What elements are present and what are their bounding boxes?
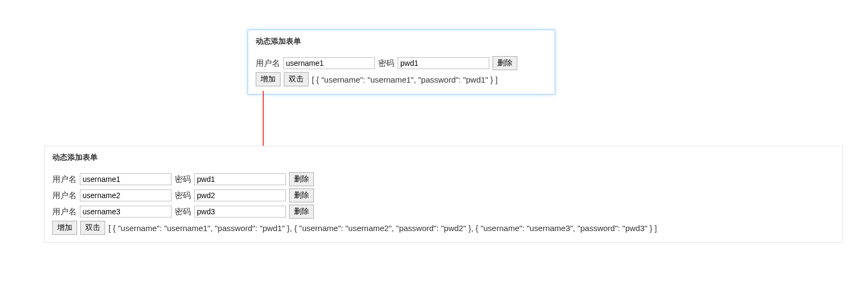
- json-output: [ { "username": "username1", "password":…: [108, 223, 657, 233]
- form-row: 用户名 密码 删除: [52, 172, 835, 186]
- delete-button[interactable]: 删除: [493, 56, 517, 70]
- password-label: 密码: [175, 205, 191, 219]
- form-row: 用户名 密码 删除: [52, 188, 835, 202]
- username-input[interactable]: [80, 173, 172, 185]
- username-label: 用户名: [52, 205, 77, 219]
- username-label: 用户名: [52, 172, 77, 186]
- json-output: [ { "username": "username1", "password":…: [312, 75, 497, 84]
- username-label: 用户名: [256, 56, 280, 70]
- panel-footer: 增加 双击 [ { "username": "username1", "pass…: [52, 221, 835, 235]
- password-input[interactable]: [194, 173, 286, 185]
- username-label: 用户名: [52, 188, 77, 202]
- panel-title: 动态添加表单: [52, 153, 835, 162]
- username-input[interactable]: [283, 57, 375, 69]
- password-label: 密码: [175, 172, 191, 186]
- delete-button[interactable]: 删除: [289, 205, 314, 219]
- username-input[interactable]: [80, 189, 172, 201]
- password-label: 密码: [175, 188, 191, 202]
- form-panel-after: 动态添加表单 用户名 密码 删除 用户名 密码 删除 用户名 密码 删除 增加 …: [44, 146, 843, 243]
- password-label: 密码: [378, 56, 394, 70]
- password-input[interactable]: [194, 189, 286, 201]
- dblclick-button[interactable]: 双击: [284, 72, 309, 86]
- password-input[interactable]: [398, 57, 489, 69]
- add-button[interactable]: 增加: [52, 221, 77, 235]
- username-input[interactable]: [80, 206, 172, 218]
- add-button[interactable]: 增加: [256, 72, 281, 86]
- form-panel-before: 动态添加表单 用户名 密码 删除 增加 双击 [ { "username": "…: [248, 30, 555, 94]
- delete-button[interactable]: 删除: [289, 172, 314, 186]
- panel-title: 动态添加表单: [256, 37, 547, 46]
- panel-footer: 增加 双击 [ { "username": "username1", "pass…: [256, 72, 547, 86]
- form-row: 用户名 密码 删除: [256, 56, 547, 70]
- password-input[interactable]: [194, 206, 286, 218]
- dblclick-button[interactable]: 双击: [80, 221, 105, 235]
- delete-button[interactable]: 删除: [289, 188, 314, 202]
- form-row: 用户名 密码 删除: [52, 205, 835, 219]
